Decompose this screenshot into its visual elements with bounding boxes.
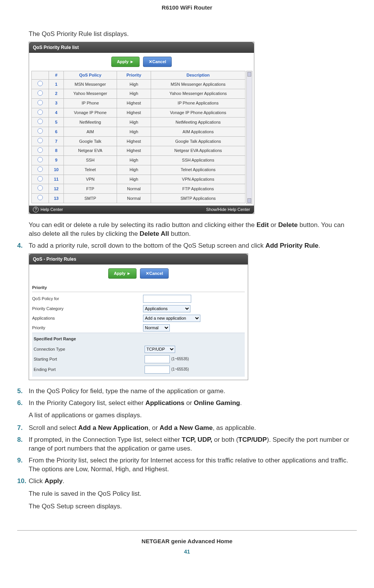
row-description: SSH Applications <box>151 155 246 165</box>
section-port-range: Specified Port Range <box>34 334 243 343</box>
table-row: 10TelnetHighTelnet Applications <box>32 165 246 175</box>
row-policy: Telnet <box>64 165 117 175</box>
row-description: Google Talk Applications <box>151 137 246 146</box>
row-policy: IP Phone <box>64 98 117 108</box>
table-row: 9SSHHighSSH Applications <box>32 155 246 165</box>
panel-title-2: QoS - Priority Rules <box>29 254 248 265</box>
table-row: 2Yahoo MessengerHighYahoo Messenger Appl… <box>32 89 246 98</box>
row-radio[interactable] <box>37 109 43 115</box>
input-qos-policy-for[interactable] <box>143 295 191 303</box>
input-ending-port[interactable] <box>145 366 170 374</box>
select-connection-type[interactable]: TCP/UDP <box>145 346 175 353</box>
hint-port-range-2: (1~65535) <box>171 367 189 372</box>
row-priority: High <box>117 175 151 184</box>
col-priority: Priority <box>117 71 151 80</box>
table-row: 7Google TalkHighestGoogle Talk Applicati… <box>32 137 246 146</box>
row-policy: Netgear EVA <box>64 146 117 155</box>
row-radio[interactable] <box>37 176 43 181</box>
row-number: 10 <box>49 165 64 175</box>
row-radio[interactable] <box>37 90 43 96</box>
row-priority: Normal <box>117 194 151 203</box>
row-radio[interactable] <box>37 157 43 162</box>
step-7: 7.Scroll and select Add a New Applicatio… <box>17 424 357 433</box>
row-description: Vonage IP Phone Applications <box>151 108 246 118</box>
row-number: 4 <box>49 108 64 118</box>
col-description: Description <box>151 71 246 80</box>
screenshot-qos-rule-list: QoS Priority Rule list Apply ► ✕Cancel #… <box>29 42 254 214</box>
row-radio[interactable] <box>37 100 43 105</box>
row-priority: High <box>117 165 151 175</box>
step-6: 6.In the Priority Category list, select … <box>17 399 357 408</box>
show-hide-help-link[interactable]: Show/Hide Help Center <box>206 207 250 212</box>
step-5: 5.In the QoS Policy for field, type the … <box>17 387 357 396</box>
row-number: 6 <box>49 127 64 137</box>
table-row: 1MSN MessengerHighMSN Messenger Applicat… <box>32 80 246 89</box>
page-footer: NETGEAR genie Advanced Home 41 <box>17 530 357 555</box>
step-9: 9.From the Priority list, select the pri… <box>17 456 357 474</box>
cancel-button[interactable]: ✕Cancel <box>143 57 172 67</box>
label-ending-port: Ending Port <box>34 367 145 372</box>
row-number: 12 <box>49 184 64 194</box>
row-priority: Highest <box>117 98 151 108</box>
hint-port-range-1: (1~65535) <box>171 356 189 362</box>
row-policy: SSH <box>64 155 117 165</box>
label-connection-type: Connection Type <box>34 346 145 352</box>
row-policy: AIM <box>64 127 117 137</box>
row-radio[interactable] <box>37 81 43 86</box>
label-priority-category: Priority Category <box>32 306 143 312</box>
select-priority[interactable]: Normal <box>143 324 170 332</box>
row-number: 7 <box>49 137 64 146</box>
row-description: SMTP Applications <box>151 194 246 203</box>
row-description: AIM Applications <box>151 127 246 137</box>
table-row: 11VPNHighVPN Applications <box>32 175 246 184</box>
row-priority: High <box>117 118 151 127</box>
row-priority: High <box>117 155 151 165</box>
table-row: 3IP PhoneHighestIP Phone Applications <box>32 98 246 108</box>
apply-button[interactable]: Apply ► <box>111 57 140 67</box>
apply-button-2[interactable]: Apply ► <box>108 268 137 279</box>
step-6-after: A list of applications or games displays… <box>29 411 357 420</box>
select-applications[interactable]: Add a new application <box>143 315 200 322</box>
panel-title: QoS Priority Rule list <box>29 42 254 53</box>
row-policy: FTP <box>64 184 117 194</box>
intro-text: The QoS Priority Rule list displays. <box>29 30 357 39</box>
row-number: 11 <box>49 175 64 184</box>
select-priority-category[interactable]: Applications <box>143 305 190 312</box>
row-policy: MSN Messenger <box>64 80 117 89</box>
col-number: # <box>49 71 64 80</box>
row-description: FTP Applications <box>151 184 246 194</box>
label-starting-port: Starting Port <box>34 356 145 362</box>
row-priority: High <box>117 127 151 137</box>
table-row: 12FTPNormalFTP Applications <box>32 184 246 194</box>
input-starting-port[interactable] <box>145 355 170 363</box>
row-radio[interactable] <box>37 119 43 124</box>
row-number: 13 <box>49 194 64 203</box>
label-qos-policy-for: QoS Policy for <box>32 296 143 302</box>
row-number: 8 <box>49 146 64 155</box>
row-number: 5 <box>49 118 64 127</box>
after-list-text: You can edit or delete a rule by selecti… <box>29 221 357 238</box>
page-header: R6100 WiFi Router <box>17 4 357 30</box>
scrollbar[interactable] <box>246 71 252 204</box>
table-row: 13SMTPNormalSMTP Applications <box>32 194 246 203</box>
row-radio[interactable] <box>37 128 43 134</box>
row-radio[interactable] <box>37 138 43 143</box>
row-radio[interactable] <box>37 195 43 200</box>
row-radio[interactable] <box>37 147 43 153</box>
row-radio[interactable] <box>37 167 43 172</box>
row-policy: Google Talk <box>64 137 117 146</box>
cancel-button-2[interactable]: ✕Cancel <box>140 268 169 279</box>
step-10-after-1: The rule is saved in the QoS Policy list… <box>29 490 357 498</box>
row-policy: SMTP <box>64 194 117 203</box>
row-priority: Highest <box>117 108 151 118</box>
footer-page-number: 41 <box>17 548 357 555</box>
row-radio[interactable] <box>37 185 43 191</box>
row-description: VPN Applications <box>151 175 246 184</box>
help-center-link[interactable]: ?Help Center <box>33 207 63 212</box>
screenshot-qos-priority-rules-form: QoS - Priority Rules Apply ► ✕Cancel Pri… <box>29 253 248 380</box>
row-priority: High <box>117 89 151 98</box>
row-priority: Normal <box>117 184 151 194</box>
col-policy: QoS Policy <box>64 71 117 80</box>
table-row: 8Netgear EVAHighestNetgear EVA Applicati… <box>32 146 246 155</box>
col-select <box>32 71 49 80</box>
